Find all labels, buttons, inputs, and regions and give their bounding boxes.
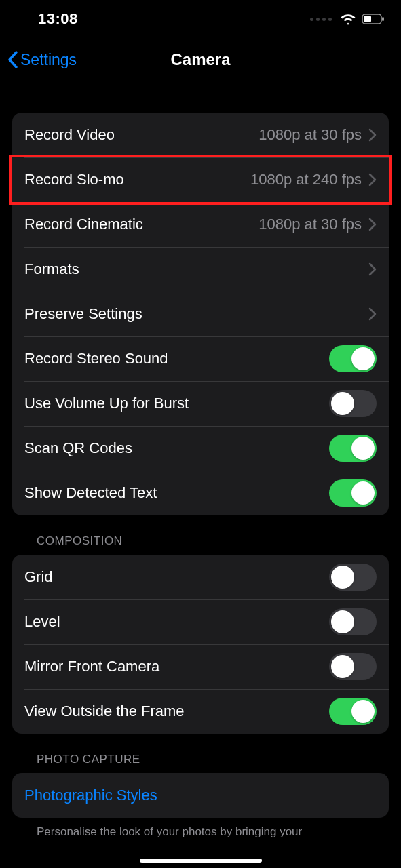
row-label: Level — [24, 613, 329, 631]
row-label: Photographic Styles — [24, 787, 377, 804]
battery-icon — [362, 14, 385, 24]
row-mirror-front-camera[interactable]: Mirror Front Camera — [12, 644, 389, 689]
section-footer-photo-capture: Personalise the look of your photos by b… — [12, 818, 389, 840]
back-button[interactable]: Settings — [7, 38, 77, 81]
row-label: Show Detected Text — [24, 484, 329, 502]
settings-group-composition: GridLevelMirror Front CameraView Outside… — [12, 555, 389, 734]
toggle-level[interactable] — [329, 608, 377, 635]
home-indicator[interactable] — [140, 859, 262, 863]
row-label: Mirror Front Camera — [24, 658, 329, 675]
row-level[interactable]: Level — [12, 599, 389, 644]
toggle-grid[interactable] — [329, 564, 377, 591]
row-label: Record Slo-mo — [24, 171, 250, 189]
chevron-right-icon — [368, 128, 377, 142]
toggle-mirror-front-camera[interactable] — [329, 653, 377, 680]
row-record-slo-mo[interactable]: Record Slo-mo1080p at 240 fps — [12, 157, 389, 202]
row-use-volume-up-for-burst[interactable]: Use Volume Up for Burst — [12, 381, 389, 426]
toggle-scan-qr-codes[interactable] — [329, 435, 377, 462]
row-photographic-styles[interactable]: Photographic Styles — [12, 773, 389, 818]
row-label: Record Video — [24, 126, 259, 144]
row-value: 1080p at 240 fps — [250, 171, 362, 189]
chevron-right-icon — [368, 262, 377, 276]
svg-rect-2 — [382, 17, 384, 21]
row-formats[interactable]: Formats — [12, 247, 389, 292]
section-header-photo-capture: PHOTO CAPTURE — [12, 734, 389, 773]
back-label: Settings — [20, 51, 77, 69]
settings-group-main: Record Video1080p at 30 fpsRecord Slo-mo… — [12, 113, 389, 515]
row-record-cinematic[interactable]: Record Cinematic1080p at 30 fps — [12, 202, 389, 247]
row-label: Record Cinematic — [24, 216, 259, 233]
row-value: 1080p at 30 fps — [259, 126, 362, 144]
settings-group-photo-capture: Photographic Styles — [12, 773, 389, 818]
toggle-use-volume-up-for-burst[interactable] — [329, 390, 377, 417]
chevron-left-icon — [7, 50, 19, 69]
row-label: View Outside the Frame — [24, 703, 329, 720]
chevron-right-icon — [368, 307, 377, 321]
section-header-composition: COMPOSITION — [12, 515, 389, 555]
row-label: Scan QR Codes — [24, 439, 329, 457]
row-label: Grid — [24, 568, 329, 586]
row-grid[interactable]: Grid — [12, 555, 389, 599]
row-record-stereo-sound[interactable]: Record Stereo Sound — [12, 336, 389, 381]
cellular-dots-icon — [310, 18, 332, 21]
row-scan-qr-codes[interactable]: Scan QR Codes — [12, 426, 389, 471]
status-indicators — [310, 13, 385, 25]
toggle-record-stereo-sound[interactable] — [329, 345, 377, 372]
svg-rect-1 — [364, 16, 371, 22]
status-time: 13:08 — [38, 10, 78, 28]
toggle-view-outside-the-frame[interactable] — [329, 698, 377, 725]
row-label: Record Stereo Sound — [24, 350, 329, 368]
row-label: Preserve Settings — [24, 305, 368, 323]
row-preserve-settings[interactable]: Preserve Settings — [12, 292, 389, 336]
row-value: 1080p at 30 fps — [259, 216, 362, 233]
row-label: Formats — [24, 260, 368, 278]
wifi-icon — [340, 13, 356, 25]
nav-bar: Settings Camera — [0, 38, 401, 81]
chevron-right-icon — [368, 218, 377, 231]
row-view-outside-the-frame[interactable]: View Outside the Frame — [12, 689, 389, 734]
status-bar: 13:08 — [0, 0, 401, 38]
toggle-show-detected-text[interactable] — [329, 479, 377, 507]
chevron-right-icon — [368, 173, 377, 186]
row-label: Use Volume Up for Burst — [24, 395, 329, 412]
row-record-video[interactable]: Record Video1080p at 30 fps — [12, 113, 389, 157]
row-show-detected-text[interactable]: Show Detected Text — [12, 471, 389, 515]
page-title: Camera — [170, 50, 230, 69]
